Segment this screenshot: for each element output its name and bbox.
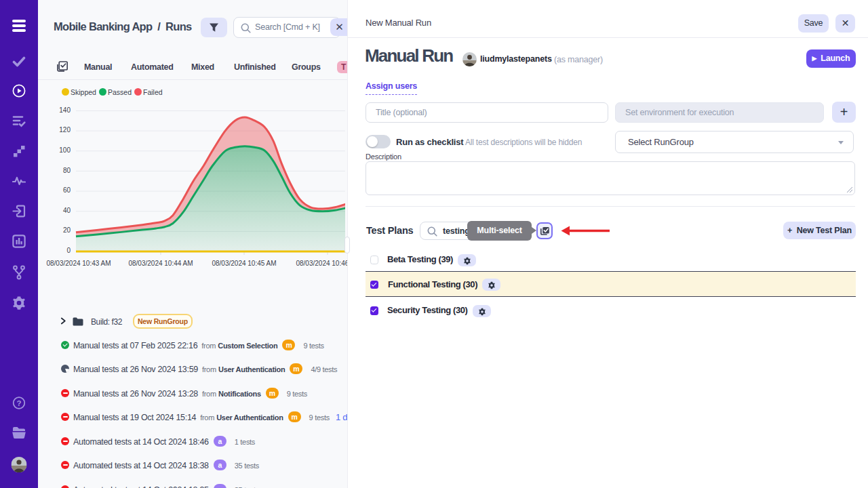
svg-text:?: ? xyxy=(17,399,22,407)
